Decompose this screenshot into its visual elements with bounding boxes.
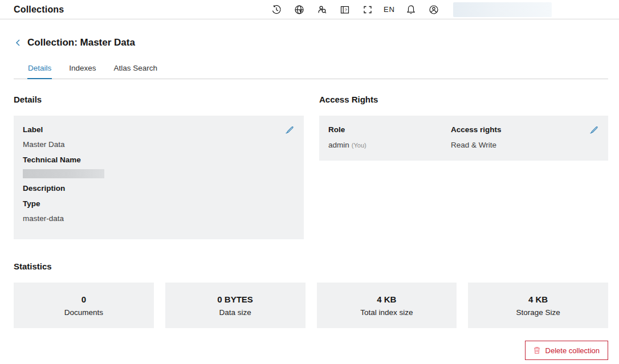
stat-label: Documents [64, 308, 103, 317]
access-rights-panel: Role Access rights admin(You) Read & Wri… [319, 116, 608, 161]
role-value: admin(You) [328, 140, 451, 150]
details-panel: Label Master Data Technical Name Descrip… [14, 116, 304, 239]
role-column-header: Role [328, 125, 451, 135]
access-rights-table: Role Access rights admin(You) Read & Wri… [328, 125, 599, 150]
stat-value: 4 KB [528, 295, 548, 304]
stat-value: 0 BYTES [217, 295, 253, 304]
pencil-icon [284, 125, 295, 135]
stat-card-storage-size: 4 KB Storage Size [468, 283, 608, 328]
field-label: Label Master Data [23, 125, 295, 150]
field-technical-name: Technical Name [23, 155, 295, 178]
delete-collection-button[interactable]: Delete collection [525, 341, 608, 360]
access-rights-section: Access Rights Role Access rights admin(Y… [319, 95, 608, 161]
tab-details[interactable]: Details [27, 60, 52, 79]
app-title: Collections [14, 5, 64, 15]
edit-details-button[interactable] [282, 122, 297, 139]
main-content: Collection: Master Data Details Indexes … [0, 37, 619, 360]
stat-label: Storage Size [516, 308, 560, 317]
stat-label: Data size [219, 308, 251, 317]
fullscreen-icon[interactable] [359, 1, 377, 18]
field-type-value: master-data [23, 214, 295, 224]
notifications-icon[interactable] [402, 1, 420, 18]
help-doc-icon[interactable]: ? [336, 1, 354, 18]
user-search-icon[interactable] [313, 1, 331, 18]
access-rights-heading: Access Rights [319, 95, 608, 104]
details-section: Details Label Master Data Technical Name [14, 95, 304, 239]
pencil-icon [589, 125, 599, 135]
stat-card-data-size: 0 BYTES Data size [165, 283, 306, 328]
you-suffix: (You) [352, 142, 366, 149]
page-actions: Delete collection [14, 341, 608, 360]
tab-bar: Details Indexes Atlas Search [14, 60, 608, 79]
language-selector[interactable]: EN [381, 1, 397, 18]
back-button[interactable] [14, 38, 23, 47]
statistics-heading: Statistics [14, 261, 608, 271]
page-title: Collection: Master Data [27, 37, 135, 48]
redacted-technical-name [23, 169, 104, 178]
history-icon[interactable] [267, 1, 286, 18]
redacted-username [453, 2, 552, 17]
tab-atlas-search[interactable]: Atlas Search [113, 60, 158, 79]
stat-label: Total index size [360, 308, 413, 317]
delete-collection-label: Delete collection [545, 346, 600, 355]
globe-icon[interactable] [290, 1, 308, 18]
details-heading: Details [14, 95, 304, 104]
account-icon[interactable] [425, 1, 443, 18]
stat-card-documents: 0 Documents [14, 283, 154, 328]
chevron-left-icon [14, 38, 23, 47]
field-description: Description [23, 183, 295, 194]
edit-access-rights-button[interactable] [587, 122, 601, 139]
stat-card-total-index-size: 4 KB Total index size [317, 283, 457, 328]
field-label-value: Master Data [23, 140, 295, 150]
page-head: Collection: Master Data [14, 37, 608, 48]
stat-value: 0 [82, 295, 86, 304]
tab-indexes[interactable]: Indexes [68, 60, 96, 79]
trash-icon [532, 346, 541, 355]
field-technical-name-title: Technical Name [23, 155, 295, 165]
field-type: Type master-data [23, 199, 295, 224]
top-header: Collections [0, 0, 619, 19]
statistics-cards: 0 Documents 0 BYTES Data size 4 KB Total… [14, 283, 608, 328]
stat-value: 4 KB [377, 295, 396, 304]
field-description-title: Description [23, 183, 295, 194]
field-type-title: Type [23, 199, 295, 209]
svg-text:?: ? [344, 7, 347, 13]
statistics-section: Statistics 0 Documents 0 BYTES Data size… [14, 261, 608, 328]
access-rights-value: Read & Write [451, 140, 599, 150]
field-label-title: Label [23, 125, 295, 135]
access-rights-column-header: Access rights [451, 125, 599, 135]
header-actions: ? EN [267, 1, 552, 18]
